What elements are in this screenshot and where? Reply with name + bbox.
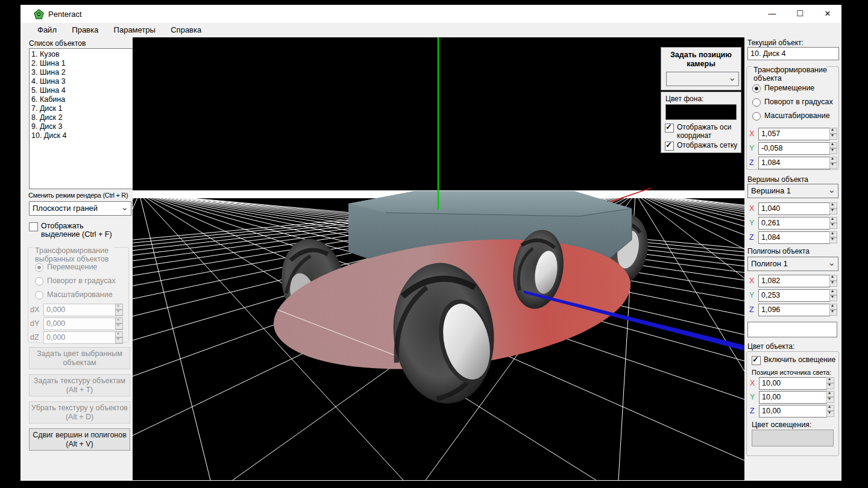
spin-down-icon[interactable] bbox=[115, 324, 123, 330]
vertex-x-stepper[interactable] bbox=[829, 202, 837, 215]
light-y-input[interactable]: 10,00 bbox=[759, 391, 827, 404]
maximize-button[interactable]: ☐ bbox=[790, 5, 810, 23]
list-item[interactable]: 10. Диск 4 bbox=[31, 131, 133, 140]
spin-down-icon[interactable] bbox=[826, 383, 834, 389]
menu-file[interactable]: Файл bbox=[31, 23, 63, 37]
spin-down-icon[interactable] bbox=[829, 163, 837, 169]
radio-circle[interactable] bbox=[35, 263, 43, 272]
bg-color-swatch[interactable] bbox=[665, 104, 737, 120]
list-item[interactable]: 3. Шина 2 bbox=[31, 68, 133, 77]
vertex-x-row: X 1,040 bbox=[749, 202, 838, 215]
list-item[interactable]: 9. Диск 3 bbox=[31, 122, 133, 131]
set-texture-button[interactable]: Задать текстуру объектам (Alt + T) bbox=[29, 374, 130, 396]
vertex-select[interactable]: Вершина 1 ⌄ bbox=[747, 184, 838, 198]
render-mode-select[interactable]: Плоскости граней ⌄ bbox=[29, 201, 131, 216]
app-icon bbox=[34, 9, 44, 19]
radio-circle[interactable] bbox=[35, 291, 43, 299]
radio-circle[interactable] bbox=[752, 98, 761, 107]
spin-down-icon[interactable] bbox=[829, 310, 837, 316]
light-z-input[interactable]: 10,00 bbox=[759, 405, 827, 418]
dz-input[interactable]: 0,000 bbox=[43, 331, 123, 344]
remove-texture-button[interactable]: Убрать текстуру у объектов (Alt + D) bbox=[29, 401, 130, 424]
polygon-y-input[interactable]: 0,253 bbox=[758, 289, 830, 302]
list-item[interactable]: 5. Шина 4 bbox=[31, 86, 133, 95]
position-z-input[interactable]: 1,084 bbox=[758, 157, 830, 169]
camera-position-select[interactable]: ⌄ bbox=[666, 72, 739, 86]
position-x-stepper[interactable] bbox=[829, 128, 837, 140]
dx-input[interactable]: 0,000 bbox=[43, 304, 123, 316]
vertex-value: Вершина 1 bbox=[751, 186, 791, 195]
light-x-stepper[interactable] bbox=[826, 377, 834, 390]
vertex-z-input[interactable]: 1,084 bbox=[758, 231, 830, 244]
x-label: X bbox=[750, 379, 755, 387]
radio-circle[interactable] bbox=[35, 277, 43, 286]
spin-down-icon[interactable] bbox=[829, 295, 837, 301]
close-button[interactable]: ✕ bbox=[817, 5, 838, 23]
vertex-x-input[interactable]: 1,040 bbox=[758, 202, 830, 215]
dy-input[interactable]: 0,000 bbox=[43, 318, 123, 330]
vertex-y-stepper[interactable] bbox=[829, 217, 837, 230]
minimize-button[interactable]: — bbox=[762, 5, 782, 23]
dy-row: dY 0,000 bbox=[30, 318, 127, 330]
polygon-select[interactable]: Полигон 1 ⌄ bbox=[747, 257, 838, 271]
list-item[interactable]: 6. Кабина bbox=[31, 95, 133, 104]
checkbox-box[interactable] bbox=[29, 222, 38, 231]
dz-stepper[interactable] bbox=[115, 331, 123, 344]
spin-down-icon[interactable] bbox=[829, 148, 837, 154]
y-label: Y bbox=[749, 291, 754, 299]
list-item[interactable]: 7. Диск 1 bbox=[31, 104, 133, 113]
spin-down-icon[interactable] bbox=[829, 223, 837, 229]
right-panel: Текущий объект: 10. Диск 4 Трансформиров… bbox=[744, 37, 841, 481]
dy-stepper[interactable] bbox=[115, 318, 123, 330]
list-item[interactable]: 8. Диск 2 bbox=[31, 113, 133, 122]
light-y-stepper[interactable] bbox=[826, 391, 834, 404]
radio-label: Масштабирование bbox=[47, 290, 113, 299]
checkbox-box[interactable]: ✓ bbox=[752, 356, 761, 365]
light-color-label: Цвет освещения: bbox=[752, 421, 811, 429]
light-x-input[interactable]: 10,00 bbox=[759, 377, 827, 390]
camera-panel: Задать позицию камеры ⌄ bbox=[661, 47, 741, 90]
menu-help[interactable]: Справка bbox=[164, 23, 208, 37]
polygon-x-stepper[interactable] bbox=[829, 275, 837, 287]
object-color-field[interactable] bbox=[747, 322, 837, 337]
light-color-swatch[interactable] bbox=[752, 430, 834, 446]
polygon-z-stepper[interactable] bbox=[829, 304, 837, 316]
shift-vertices-button[interactable]: Сдвиг вершин и полигонов (Alt + V) bbox=[29, 428, 130, 451]
spin-down-icon[interactable] bbox=[829, 134, 837, 140]
light-z-stepper[interactable] bbox=[826, 405, 834, 418]
checkbox-box[interactable]: ✓ bbox=[665, 142, 674, 151]
polygon-y-stepper[interactable] bbox=[829, 289, 837, 302]
spin-down-icon[interactable] bbox=[829, 237, 837, 243]
current-object-label: Текущий объект: bbox=[747, 39, 804, 47]
spin-down-icon[interactable] bbox=[829, 208, 837, 214]
vertex-z-stepper[interactable] bbox=[829, 231, 837, 244]
spin-down-icon[interactable] bbox=[115, 310, 123, 316]
current-object-field[interactable]: 10. Диск 4 bbox=[747, 47, 839, 60]
list-item[interactable]: 2. Шина 1 bbox=[31, 59, 133, 68]
radio-circle[interactable] bbox=[752, 112, 761, 120]
position-x-row: X 1,057 bbox=[749, 128, 838, 140]
object-list[interactable]: 1. Кузов 2. Шина 1 3. Шина 2 4. Шина 3 5… bbox=[29, 48, 133, 189]
spin-down-icon[interactable] bbox=[826, 397, 834, 403]
set-color-button[interactable]: Задать цвет выбранным объектам bbox=[29, 347, 130, 369]
spin-down-icon[interactable] bbox=[826, 411, 834, 417]
menu-edit[interactable]: Правка bbox=[65, 23, 105, 37]
list-item[interactable]: 1. Кузов bbox=[31, 50, 133, 59]
position-z-stepper[interactable] bbox=[829, 157, 837, 169]
spin-down-icon[interactable] bbox=[115, 337, 123, 343]
polygon-z-input[interactable]: 1,096 bbox=[758, 304, 830, 316]
radio-label: Поворот в градусах bbox=[764, 98, 833, 106]
z-label: Z bbox=[749, 305, 754, 314]
polygon-x-input[interactable]: 1,082 bbox=[758, 275, 830, 287]
position-x-input[interactable]: 1,057 bbox=[758, 128, 830, 140]
position-y-stepper[interactable] bbox=[829, 142, 837, 155]
dx-stepper[interactable] bbox=[115, 304, 123, 316]
position-y-input[interactable]: -0,058 bbox=[758, 142, 830, 155]
list-item[interactable]: 4. Шина 3 bbox=[31, 77, 133, 86]
viewport-3d[interactable]: Задать позицию камеры ⌄ Цвет фона: ✓ Ото… bbox=[133, 37, 744, 480]
vertex-y-input[interactable]: 0,261 bbox=[758, 217, 830, 230]
spin-down-icon[interactable] bbox=[829, 281, 837, 287]
radio-circle[interactable] bbox=[752, 84, 761, 93]
checkbox-box[interactable]: ✓ bbox=[665, 124, 674, 133]
menu-parameters[interactable]: Параметры bbox=[107, 23, 162, 37]
